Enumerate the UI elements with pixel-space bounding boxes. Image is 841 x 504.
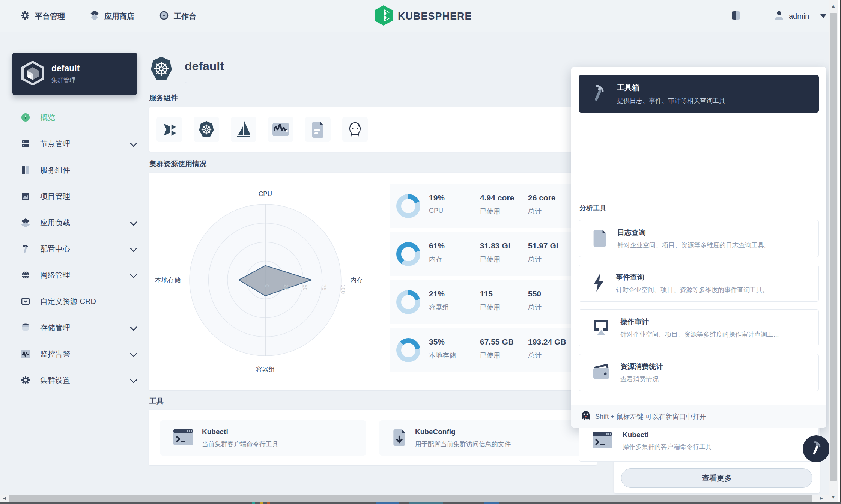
pods-percent: 21% — [429, 289, 449, 298]
scroll-down-arrow[interactable]: ▼ — [831, 494, 836, 500]
kubeconfig-tool[interactable]: KubeConfig 用于配置当前集群访问信息的文件 — [379, 420, 588, 456]
memory-total: 51.97 Gi — [528, 241, 558, 250]
cpu-total: 26 core — [528, 193, 556, 202]
sidebar-item-workloads[interactable]: 应用负载 — [12, 216, 140, 229]
vertical-scrollbar-thumb[interactable] — [830, 13, 837, 481]
service-monitoring-icon[interactable] — [268, 117, 293, 142]
toolbox-item-event-query[interactable]: 事件查询 针对企业空间、项目、资源等多维度的事件查询工具。 — [579, 265, 819, 302]
sidebar-item-monitoring[interactable]: 监控告警 — [12, 347, 140, 361]
resource-row-storage: 35%本地存储 67.55 GB已使用 193.24 GB总计 — [390, 328, 597, 372]
service-kubesphere-icon[interactable] — [156, 117, 182, 142]
toolbox-item-title: 资源消费统计 — [620, 362, 663, 372]
total-label: 总计 — [528, 351, 566, 360]
horizontal-scrollbar[interactable]: ◄ ► — [0, 495, 829, 502]
service-logging-icon[interactable] — [305, 117, 331, 142]
tool-title: KubeConfig — [415, 428, 511, 436]
kubesphere-logo[interactable]: KUBESPHERE — [375, 0, 472, 32]
project-chart-icon — [21, 192, 30, 201]
tool-desc: 当前集群客户端命令行工具 — [202, 440, 278, 448]
top-nav-bar: 平台管理 应用商店 工作台 KUBESPHERE admin — [0, 0, 829, 32]
sidebar-menu: 概览 节点管理 服务组件 项目管理 应用负载 配置中心 网络管理 自定义资源 C… — [12, 111, 140, 400]
horizontal-scrollbar-thumb[interactable] — [9, 495, 812, 502]
sidebar-item-label: 自定义资源 CRD — [40, 296, 96, 307]
pods-usage-donut — [396, 290, 420, 314]
section-services-label: 服务组件 — [149, 93, 178, 103]
kubectl-tool[interactable]: Kubectl 当前集群客户端命令行工具 — [160, 420, 366, 456]
app-store-icon — [90, 11, 99, 22]
chevron-down-icon — [130, 218, 137, 226]
svg-text:25: 25 — [283, 284, 290, 291]
vertical-scrollbar[interactable]: ▲ ▼ — [829, 0, 838, 502]
gauge-icon — [159, 11, 169, 22]
toolbox-item-title: 日志查询 — [617, 228, 770, 238]
toolbox-item-desc: 查看消费情况 — [620, 375, 663, 384]
toolbox-floating-button[interactable] — [803, 435, 830, 462]
cluster-selector[interactable]: default 集群管理 — [12, 53, 137, 95]
sidebar-item-network[interactable]: 网络管理 — [12, 268, 140, 282]
sidebar-item-overview[interactable]: 概览 — [12, 111, 140, 124]
username: admin — [789, 12, 809, 21]
pods-label: 容器组 — [429, 303, 449, 312]
servers-icon — [21, 139, 30, 148]
chevron-down-icon — [130, 323, 137, 331]
sidebar-item-cluster-settings[interactable]: 集群设置 — [12, 373, 140, 387]
scroll-right-arrow[interactable]: ► — [819, 495, 824, 501]
service-kubernetes-icon[interactable] — [194, 117, 219, 142]
used-label: 已使用 — [480, 255, 510, 264]
cluster-role: 集群管理 — [51, 77, 80, 84]
nav-item-label: 应用商店 — [104, 11, 134, 21]
nav-platform-management[interactable]: 平台管理 — [21, 0, 65, 32]
cluster-hexagon-icon — [21, 61, 44, 87]
tool-title: Kubectl — [202, 428, 278, 436]
kubesphere-logo-mark-icon — [375, 5, 393, 27]
sidebar-item-label: 节点管理 — [40, 139, 70, 149]
nav-item-label: 平台管理 — [35, 11, 65, 21]
nav-app-store[interactable]: 应用商店 — [90, 0, 134, 32]
gear-icon — [21, 11, 30, 22]
toolbox-footer-tip: Shift + 鼠标左键 可以在新窗口中打开 — [571, 405, 826, 428]
resource-row-pods: 21%容器组 115已使用 550总计 — [390, 280, 597, 324]
chevron-down-icon — [130, 140, 137, 147]
memory-used: 31.83 Gi — [480, 241, 510, 250]
taskbar-sliver — [0, 502, 841, 504]
cpu-usage-donut — [396, 194, 420, 218]
svg-text:50: 50 — [302, 284, 308, 291]
components-icon — [21, 165, 30, 175]
docs-button[interactable] — [731, 0, 741, 32]
sidebar-item-storage[interactable]: 存储管理 — [12, 321, 140, 334]
toolbox-item-log-query[interactable]: 日志查询 针对企业空间、项目、资源等多维度的日志查询工具。 — [579, 220, 819, 257]
total-label: 总计 — [528, 207, 556, 216]
service-istio-icon[interactable] — [231, 117, 256, 142]
gear-icon — [21, 376, 30, 385]
sidebar-item-label: 网络管理 — [40, 270, 70, 280]
svg-text:CPU: CPU — [259, 190, 272, 197]
page-header: default - — [149, 56, 224, 86]
toolbox-item-desc: 针对企业空间、项目、资源等多维度的操作审计查询工... — [620, 330, 779, 339]
resource-row-memory: 61%内存 31.83 Gi已使用 51.97 Gi总计 — [390, 232, 597, 276]
sidebar-item-service-components[interactable]: 服务组件 — [12, 163, 140, 177]
user-menu[interactable]: admin — [774, 0, 826, 32]
nav-workbench[interactable]: 工作台 — [159, 0, 196, 32]
storage-label: 本地存储 — [429, 351, 456, 360]
sidebar-item-label: 集群设置 — [40, 375, 70, 385]
toolbox-header[interactable]: 工具箱 提供日志、事件、审计等相关查询工具 — [579, 75, 819, 113]
sidebar-item-label: 应用负载 — [40, 218, 70, 228]
service-jenkins-icon[interactable] — [342, 117, 368, 142]
scroll-left-arrow[interactable]: ◄ — [2, 495, 7, 501]
view-more-button[interactable]: 查看更多 — [621, 468, 812, 488]
cpu-label: CPU — [429, 207, 445, 215]
terminal-icon — [173, 429, 193, 447]
toolbox-item-audit[interactable]: 操作审计 针对企业空间、项目、资源等多维度的操作审计查询工... — [579, 309, 819, 346]
sidebar-item-projects[interactable]: 项目管理 — [12, 190, 140, 203]
sidebar-item-crd[interactable]: 自定义资源 CRD — [12, 295, 140, 308]
sidebar-item-label: 存储管理 — [40, 323, 70, 333]
sidebar-item-nodes[interactable]: 节点管理 — [12, 137, 140, 150]
gauge-icon — [21, 113, 30, 122]
scroll-up-arrow[interactable]: ▲ — [831, 3, 836, 9]
sidebar-item-configuration[interactable]: 配置中心 — [12, 242, 140, 256]
sidebar-item-label: 监控告警 — [40, 349, 70, 359]
total-label: 总计 — [528, 255, 558, 264]
toolbox-item-billing[interactable]: 资源消费统计 查看消费情况 — [579, 354, 819, 391]
chevron-down-icon — [130, 271, 137, 278]
svg-text:0: 0 — [264, 284, 271, 287]
